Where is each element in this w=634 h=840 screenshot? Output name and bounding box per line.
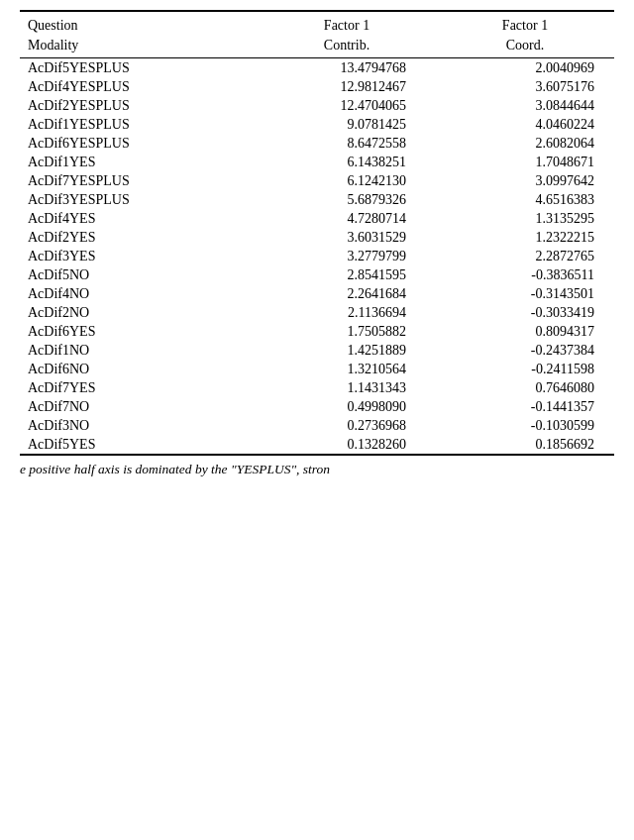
cell-contrib: 5.6879326	[258, 190, 436, 209]
table-row: AcDif5YESPLUS13.47947682.0040969	[20, 58, 614, 78]
cell-contrib: 0.4998090	[258, 397, 436, 416]
cell-coord: 3.0844644	[436, 96, 614, 115]
cell-contrib: 9.0781425	[258, 115, 436, 134]
header-factor1-coord-top: Factor 1	[436, 11, 614, 36]
cell-coord: 2.6082064	[436, 134, 614, 153]
header-row-2: Modality Contrib. Coord.	[20, 36, 614, 58]
table-row: AcDif3YESPLUS5.68793264.6516383	[20, 190, 614, 209]
table-row: AcDif5YES0.13282600.1856692	[20, 435, 614, 455]
cell-contrib: 2.8541595	[258, 265, 436, 284]
cell-coord: -0.2437384	[436, 341, 614, 360]
cell-contrib: 3.2779799	[258, 247, 436, 265]
cell-contrib: 1.7505882	[258, 322, 436, 341]
cell-modality: AcDif2YES	[20, 228, 258, 247]
header-factor1-contrib-top: Factor 1	[258, 11, 436, 36]
table-row: AcDif5NO2.8541595-0.3836511	[20, 265, 614, 284]
table-row: AcDif7YESPLUS6.12421303.0997642	[20, 171, 614, 190]
cell-coord: -0.3836511	[436, 265, 614, 284]
footer-text: e positive half axis is dominated by the…	[20, 462, 614, 477]
table-row: AcDif2NO2.1136694-0.3033419	[20, 303, 614, 322]
cell-modality: AcDif6YES	[20, 322, 258, 341]
table-row: AcDif2YESPLUS12.47040653.0844644	[20, 96, 614, 115]
cell-contrib: 4.7280714	[258, 209, 436, 228]
cell-coord: -0.1030599	[436, 416, 614, 435]
table-row: AcDif2YES3.60315291.2322215	[20, 228, 614, 247]
table-row: AcDif3NO0.2736968-0.1030599	[20, 416, 614, 435]
table-row: AcDif7YES1.14313430.7646080	[20, 378, 614, 397]
table-row: AcDif4NO2.2641684-0.3143501	[20, 284, 614, 303]
cell-coord: 1.7048671	[436, 153, 614, 171]
cell-coord: 0.8094317	[436, 322, 614, 341]
header-row-1: Question Factor 1 Factor 1	[20, 11, 614, 36]
cell-modality: AcDif7YESPLUS	[20, 171, 258, 190]
cell-modality: AcDif6NO	[20, 360, 258, 378]
cell-coord: -0.3033419	[436, 303, 614, 322]
cell-contrib: 13.4794768	[258, 58, 436, 78]
cell-modality: AcDif4YES	[20, 209, 258, 228]
table-row: AcDif1YES6.14382511.7048671	[20, 153, 614, 171]
cell-modality: AcDif5NO	[20, 265, 258, 284]
cell-contrib: 1.4251889	[258, 341, 436, 360]
cell-modality: AcDif1YES	[20, 153, 258, 171]
cell-modality: AcDif4YESPLUS	[20, 77, 258, 96]
cell-coord: -0.1441357	[436, 397, 614, 416]
cell-coord: 3.6075176	[436, 77, 614, 96]
cell-contrib: 12.9812467	[258, 77, 436, 96]
header-modality: Modality	[20, 36, 258, 58]
cell-modality: AcDif1NO	[20, 341, 258, 360]
cell-coord: 0.7646080	[436, 378, 614, 397]
table-row: AcDif1NO1.4251889-0.2437384	[20, 341, 614, 360]
cell-coord: 1.2322215	[436, 228, 614, 247]
cell-contrib: 12.4704065	[258, 96, 436, 115]
cell-contrib: 3.6031529	[258, 228, 436, 247]
header-question: Question	[20, 11, 258, 36]
cell-coord: -0.2411598	[436, 360, 614, 378]
cell-coord: 2.0040969	[436, 58, 614, 78]
cell-coord: 0.1856692	[436, 435, 614, 455]
cell-modality: AcDif7YES	[20, 378, 258, 397]
cell-modality: AcDif4NO	[20, 284, 258, 303]
cell-coord: -0.3143501	[436, 284, 614, 303]
cell-coord: 1.3135295	[436, 209, 614, 228]
cell-coord: 3.0997642	[436, 171, 614, 190]
cell-modality: AcDif2NO	[20, 303, 258, 322]
cell-coord: 4.0460224	[436, 115, 614, 134]
table-row: AcDif6YESPLUS8.64725582.6082064	[20, 134, 614, 153]
cell-modality: AcDif5YESPLUS	[20, 58, 258, 78]
table-row: AcDif6NO1.3210564-0.2411598	[20, 360, 614, 378]
cell-contrib: 1.1431343	[258, 378, 436, 397]
table-row: AcDif7NO0.4998090-0.1441357	[20, 397, 614, 416]
cell-contrib: 8.6472558	[258, 134, 436, 153]
cell-modality: AcDif3YESPLUS	[20, 190, 258, 209]
cell-contrib: 0.1328260	[258, 435, 436, 455]
header-coord: Coord.	[436, 36, 614, 58]
table-row: AcDif1YESPLUS9.07814254.0460224	[20, 115, 614, 134]
table-row: AcDif4YES4.72807141.3135295	[20, 209, 614, 228]
table-row: AcDif4YESPLUS12.98124673.6075176	[20, 77, 614, 96]
cell-modality: AcDif3YES	[20, 247, 258, 265]
cell-contrib: 6.1242130	[258, 171, 436, 190]
table-row: AcDif3YES3.27797992.2872765	[20, 247, 614, 265]
cell-coord: 2.2872765	[436, 247, 614, 265]
cell-modality: AcDif6YESPLUS	[20, 134, 258, 153]
table-row: AcDif6YES1.75058820.8094317	[20, 322, 614, 341]
header-contrib: Contrib.	[258, 36, 436, 58]
cell-coord: 4.6516383	[436, 190, 614, 209]
cell-modality: AcDif1YESPLUS	[20, 115, 258, 134]
cell-modality: AcDif2YESPLUS	[20, 96, 258, 115]
cell-contrib: 0.2736968	[258, 416, 436, 435]
cell-modality: AcDif3NO	[20, 416, 258, 435]
cell-contrib: 2.1136694	[258, 303, 436, 322]
cell-contrib: 6.1438251	[258, 153, 436, 171]
cell-modality: AcDif5YES	[20, 435, 258, 455]
cell-contrib: 2.2641684	[258, 284, 436, 303]
data-table: Question Factor 1 Factor 1 Modality Cont…	[20, 10, 614, 456]
cell-contrib: 1.3210564	[258, 360, 436, 378]
cell-modality: AcDif7NO	[20, 397, 258, 416]
